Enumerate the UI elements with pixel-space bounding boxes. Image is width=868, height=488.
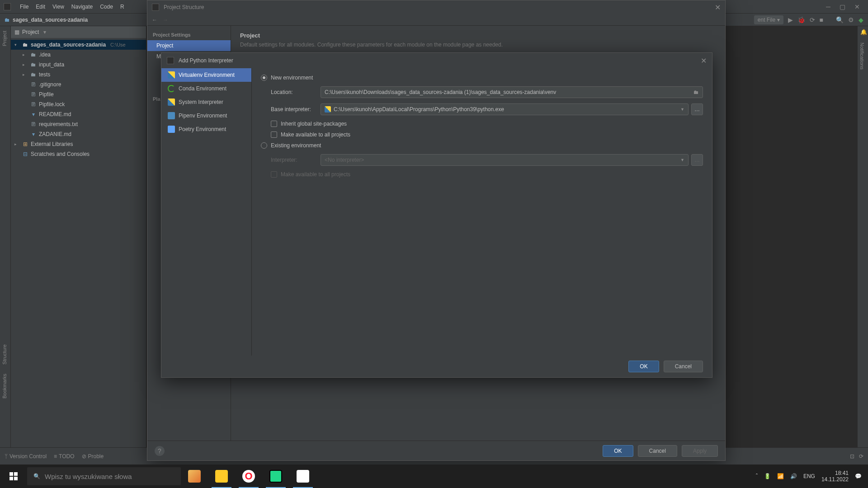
taskbar-cortana[interactable] <box>181 465 208 488</box>
ok-button[interactable]: OK <box>628 361 659 372</box>
menu-navigate[interactable]: Navigate <box>68 4 96 10</box>
existing-env-radio-row[interactable]: Existing environment <box>261 142 703 149</box>
tree-file[interactable]: 🖹.gitignore <box>11 80 146 89</box>
settings-icon[interactable]: ⚙ <box>848 16 854 23</box>
tree-file[interactable]: ▾README.md <box>11 109 146 119</box>
version-control-tab[interactable]: ᛘVersion Control <box>5 453 47 460</box>
tree-file[interactable]: 🖹Pipfile <box>11 89 146 99</box>
bookmarks-tab[interactable]: Bookmarks <box>0 369 9 403</box>
folder-icon: 🖿 <box>5 17 10 23</box>
svg-rect-3 <box>14 477 18 480</box>
browse-button[interactable]: … <box>691 103 703 115</box>
wifi-icon[interactable]: 📶 <box>777 473 784 479</box>
problems-tab[interactable]: ⊘Proble <box>82 453 104 460</box>
tree-external-libs[interactable]: ▸⊞External Libraries <box>11 139 146 149</box>
project-root-icon: 🖿 <box>22 42 29 48</box>
tree-scratches[interactable]: ⊟Scratches and Consoles <box>11 149 146 159</box>
run-config-dropdown[interactable]: ent File ▾ <box>754 15 783 24</box>
tray-chevron-icon[interactable]: ˆ <box>756 473 758 479</box>
close-icon[interactable]: ✕ <box>701 56 707 65</box>
project-tab[interactable]: Project <box>0 26 9 51</box>
chevron-down-icon: ▼ <box>680 158 684 162</box>
back-icon[interactable]: ← <box>152 17 157 23</box>
stop-icon[interactable]: ■ <box>820 16 823 23</box>
menu-edit[interactable]: Edit <box>32 4 49 10</box>
new-env-radio-row[interactable]: New environment <box>261 75 703 81</box>
coverage-icon[interactable]: ⟳ <box>810 16 815 23</box>
tree-file[interactable]: 🖹requirements.txt <box>11 119 146 129</box>
project-structure-dialog: Project Structure ✕ ← → Project Settings… <box>147 0 726 461</box>
list-icon: ≡ <box>54 453 57 460</box>
dialog-nav: ← → <box>147 14 725 26</box>
ok-button[interactable]: OK <box>603 445 633 457</box>
cancel-button[interactable]: Cancel <box>638 445 677 457</box>
menu-file[interactable]: File <box>16 4 32 10</box>
language-indicator[interactable]: ENG <box>803 473 815 479</box>
radio-checked-icon[interactable] <box>261 75 267 81</box>
tree-folder[interactable]: ▸🖿tests <box>11 70 146 80</box>
help-icon[interactable]: ? <box>155 446 165 456</box>
start-button[interactable] <box>0 465 27 488</box>
ps-item-project[interactable]: Project <box>147 40 231 51</box>
available-checkbox-row[interactable]: Make available to all projects <box>271 131 703 138</box>
structure-tab[interactable]: Structure <box>0 340 9 369</box>
close-icon[interactable]: ✕ <box>854 3 860 10</box>
minimize-icon[interactable]: ─ <box>826 3 830 10</box>
available-checkbox-row-2: Make available to all projects <box>271 171 703 178</box>
location-input[interactable]: C:\Users\kunoh\Downloads\sages_data_sour… <box>321 86 703 98</box>
volume-icon[interactable]: 🔊 <box>790 473 797 479</box>
project-panel-title: Project <box>22 29 39 35</box>
menu-view[interactable]: View <box>49 4 68 10</box>
breadcrumb[interactable]: sages_data_sources-zadania <box>13 17 88 23</box>
run-icon[interactable]: ▶ <box>788 16 793 23</box>
checkbox-icon[interactable] <box>271 121 277 127</box>
chevron-down-icon[interactable]: ▾ <box>43 29 46 35</box>
cancel-button[interactable]: Cancel <box>664 361 703 372</box>
apply-button[interactable]: Apply <box>682 445 718 457</box>
available-label: Make available to all projects <box>281 131 350 138</box>
notification-center-icon[interactable]: 💬 <box>855 473 862 479</box>
chevron-down-icon: ▼ <box>680 107 684 112</box>
tree-file[interactable]: ▾ZADANIE.md <box>11 129 146 139</box>
taskbar-clock[interactable]: 18:41 14.11.2022 <box>821 470 849 483</box>
dialog-titlebar: Add Python Interpreter ✕ <box>161 53 712 68</box>
taskbar-pycharm[interactable] <box>262 465 289 488</box>
checkbox-icon[interactable] <box>271 131 277 138</box>
browse-icon[interactable]: 🖿 <box>693 89 699 95</box>
interp-opt-system[interactable]: System Interpreter <box>161 95 251 109</box>
folder-icon: 🖿 <box>30 71 37 78</box>
interpreter-dropdown: <No interpreter> ▼ <box>321 154 689 166</box>
tree-file[interactable]: 🖹Pipfile.lock <box>11 99 146 109</box>
interp-opt-virtualenv[interactable]: Virtualenv Environment <box>161 68 251 82</box>
inherit-checkbox-row[interactable]: Inherit global site-packages <box>271 121 703 127</box>
interp-opt-pipenv[interactable]: Pipenv Environment <box>161 109 251 122</box>
folder-icon: 🖿 <box>30 52 37 58</box>
status-icon[interactable]: ⊡ <box>850 453 854 460</box>
menu-more[interactable]: R <box>117 4 128 10</box>
debug-icon[interactable]: 🐞 <box>797 16 805 23</box>
taskbar-paint[interactable] <box>289 465 316 488</box>
tree-folder[interactable]: ▸🖿.idea <box>11 50 146 60</box>
base-interpreter-dropdown[interactable]: C:\Users\kunoh\AppData\Local\Programs\Py… <box>321 103 689 115</box>
taskbar-search[interactable]: 🔍 Wpisz tu wyszukiwane słowa <box>27 467 181 485</box>
forward-icon[interactable]: → <box>163 17 168 23</box>
todo-tab[interactable]: ≡TODO <box>54 453 74 460</box>
interp-opt-poetry[interactable]: Poetry Environment <box>161 122 251 136</box>
battery-icon[interactable]: 🔋 <box>764 473 771 479</box>
close-icon[interactable]: ✕ <box>715 3 721 12</box>
interp-opt-conda[interactable]: Conda Environment <box>161 82 251 95</box>
available-label-2: Make available to all projects <box>281 171 350 178</box>
radio-icon[interactable] <box>261 142 267 149</box>
menu-code[interactable]: Code <box>96 4 117 10</box>
bell-icon[interactable]: 🔔 <box>858 26 868 38</box>
status-icon[interactable]: ⟳ <box>859 453 863 460</box>
markdown-icon: ▾ <box>30 131 37 137</box>
maximize-icon[interactable]: ▢ <box>840 3 845 10</box>
plugin-icon[interactable]: ◆ <box>859 16 863 23</box>
taskbar-opera[interactable]: O <box>235 465 262 488</box>
search-icon[interactable]: 🔍 <box>836 16 844 23</box>
tree-root[interactable]: ▾ 🖿 sages_data_sources-zadania C:\Use <box>11 40 146 50</box>
tree-folder[interactable]: ▸🖿input_data <box>11 60 146 70</box>
notifications-tab[interactable]: Notifications <box>858 38 867 74</box>
taskbar-explorer[interactable] <box>208 465 235 488</box>
